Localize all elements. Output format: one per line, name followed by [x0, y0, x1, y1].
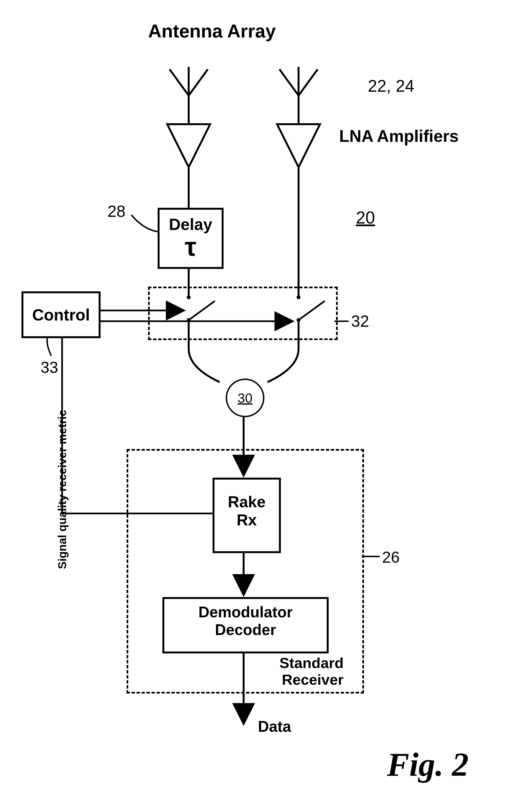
rake-line1: Rake: [214, 493, 279, 511]
ref-26: 26: [382, 548, 399, 566]
ref-22-24: 22, 24: [368, 77, 414, 96]
tau-symbol: τ: [160, 234, 222, 260]
ref-20: 20: [356, 208, 375, 227]
diagram-page: Antenna Array 22, 24 LNA Amplifiers 20 2…: [0, 0, 524, 812]
ref-32: 32: [351, 312, 369, 330]
ref-33: 33: [40, 358, 58, 376]
delay-label: Delay: [160, 215, 222, 234]
demod-line2: Decoder: [164, 621, 327, 639]
demod-line1: Demodulator: [164, 603, 327, 621]
control-block: Control: [21, 292, 101, 338]
ref-30: 30: [238, 390, 252, 406]
control-label: Control: [32, 305, 90, 324]
standard-line1: Standard: [279, 654, 344, 671]
feedback-label: Signal quality receiver metric: [55, 410, 68, 569]
rake-line2: Rx: [214, 511, 279, 529]
lna-label: LNA Amplifiers: [339, 127, 459, 146]
ref-28: 28: [108, 202, 126, 220]
demod-block: Demodulator Decoder: [162, 597, 329, 653]
data-label: Data: [258, 718, 291, 735]
title-antenna-array: Antenna Array: [148, 20, 276, 42]
feedback-label-wrap: Signal quality receiver metric: [21, 449, 103, 530]
switch-block: [148, 286, 338, 340]
standard-line2: Receiver: [282, 671, 344, 688]
combiner-block: 30: [226, 379, 264, 417]
figure-label: Fig. 2: [387, 745, 469, 783]
delay-block: Delay τ: [158, 208, 224, 269]
rake-rx-block: Rake Rx: [213, 478, 281, 553]
